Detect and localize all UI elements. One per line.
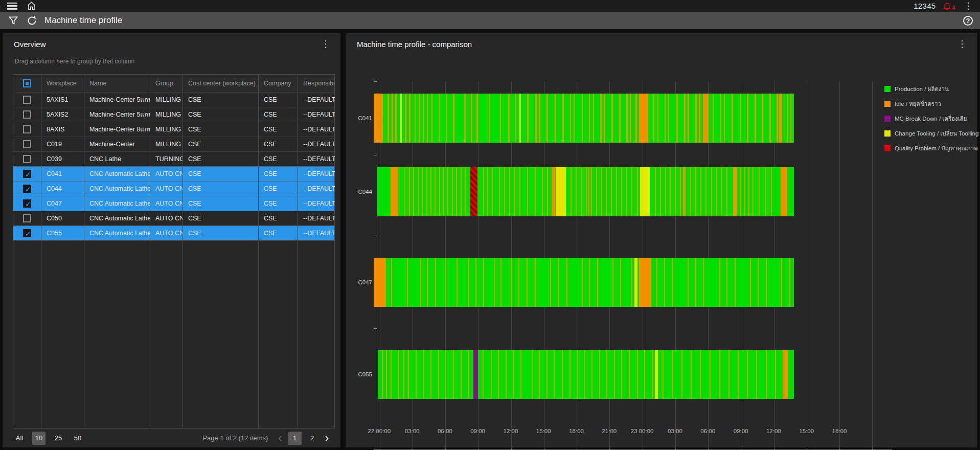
page-size-25[interactable]: 25 xyxy=(52,432,65,445)
home-icon[interactable] xyxy=(27,1,36,11)
state-segment-o xyxy=(500,258,502,307)
state-segment-o xyxy=(637,350,638,399)
hamburger-menu-icon[interactable] xyxy=(7,3,17,10)
page-button-2[interactable]: 2 xyxy=(306,432,319,445)
table-row-5AXIS1[interactable]: 5AXIS1Machine-Center 5แกน1MILLINGCSECSE-… xyxy=(13,92,334,107)
state-segment-o xyxy=(461,167,462,216)
prev-page-button[interactable]: ‹ xyxy=(276,433,284,444)
state-segment-o xyxy=(465,167,466,216)
column-header-workplace[interactable]: Workplace xyxy=(41,75,84,92)
comparison-kebab-menu-icon[interactable]: ⋮ xyxy=(954,37,970,51)
cell: AUTO CNC xyxy=(150,226,183,240)
column-header-name[interactable]: Name xyxy=(84,75,150,92)
state-segment-o xyxy=(599,350,600,399)
state-segment-o xyxy=(756,350,757,399)
next-page-button[interactable]: › xyxy=(323,433,331,444)
state-segment-o xyxy=(616,167,617,216)
page-size-all[interactable]: All xyxy=(13,432,26,445)
state-segment-o xyxy=(660,167,661,216)
filter-icon[interactable] xyxy=(8,15,18,26)
page-button-1[interactable]: 1 xyxy=(288,432,302,445)
overview-panel-title: Overview xyxy=(14,40,46,49)
table-row-8AXIS[interactable]: 8AXISMachine-Center 8แกนMILLINGCSECSE--D… xyxy=(13,122,334,137)
state-segment-o xyxy=(626,167,627,216)
column-header-responsibility[interactable]: Responsibility xyxy=(298,75,335,92)
table-row-5AXIS2[interactable]: 5AXIS2Machine-Center 5แกน2MILLINGCSECSE-… xyxy=(13,107,334,122)
page-size-50[interactable]: 50 xyxy=(71,432,84,445)
state-segment-o xyxy=(750,258,751,307)
state-segment-o xyxy=(732,94,733,143)
table-row-C041[interactable]: C041CNC Automatic LatheAUTO CNCCSECSE--D… xyxy=(13,166,334,181)
state-segment-o xyxy=(552,167,555,216)
row-checkbox[interactable] xyxy=(23,140,31,148)
cell: CSE xyxy=(259,107,298,122)
state-segment-o xyxy=(621,350,622,399)
state-segment-o xyxy=(569,350,571,399)
column-header-group[interactable]: Group xyxy=(150,75,183,92)
row-checkbox[interactable] xyxy=(23,170,31,178)
row-checkbox[interactable] xyxy=(23,96,31,104)
cell: CNC Lathe xyxy=(84,152,150,166)
table-row-C019[interactable]: C019Machine-CenterMILLINGCSECSE--DEFAULT… xyxy=(13,137,334,151)
state-segment-o xyxy=(724,94,725,143)
state-segment-o xyxy=(631,258,632,307)
state-segment-o xyxy=(386,350,387,399)
row-checkbox[interactable] xyxy=(23,199,31,208)
table-row-C055[interactable]: C055CNC Automatic LatheAUTO CNCCSECSE--D… xyxy=(13,226,334,240)
state-segment-o xyxy=(762,94,763,143)
row-checkbox[interactable] xyxy=(23,229,31,237)
machine-bar-C055 xyxy=(378,350,794,399)
state-segment-o xyxy=(716,167,717,216)
cell: --DEFAULT-- xyxy=(298,122,335,137)
cell: C019 xyxy=(41,137,84,151)
legend-label: Change Tooling / เปลี่ยน Toolling xyxy=(895,129,978,138)
machine-label-C055: C055 xyxy=(346,371,372,377)
machine-bar-C047 xyxy=(374,258,794,307)
state-segment-o xyxy=(430,350,431,399)
row-checkbox-cell xyxy=(13,196,41,211)
state-segment-o xyxy=(427,94,428,143)
state-segment-o xyxy=(787,94,788,143)
page-size-10[interactable]: 10 xyxy=(32,432,45,445)
row-checkbox[interactable] xyxy=(23,185,31,193)
cell: MILLING xyxy=(150,122,183,137)
legend-label: Quality Problem / ปัญหาคุณภาพ xyxy=(895,144,978,153)
select-all-checkbox[interactable] xyxy=(23,79,31,87)
notifications-bell-icon[interactable]: 4 xyxy=(943,2,955,11)
table-row-C039[interactable]: C039CNC LatheTURNINGCSECSE--DEFAULT-- xyxy=(13,151,334,166)
table-row-C050[interactable]: C050CNC Automatic LatheAUTO CNCCSECSE--D… xyxy=(13,211,334,226)
overview-kebab-menu-icon[interactable]: ⋮ xyxy=(318,37,333,51)
state-segment-o xyxy=(781,258,782,307)
group-by-drop-zone[interactable]: Drag a column here to group by that colu… xyxy=(15,58,134,65)
cell: CSE xyxy=(183,211,259,226)
state-segment-o xyxy=(398,350,399,399)
production-segment xyxy=(374,258,794,307)
legend-item: MC Break Down / เครื่องเสีย xyxy=(884,114,978,123)
row-checkbox[interactable] xyxy=(23,110,31,119)
table-row-C047[interactable]: C047CNC Automatic LatheAUTO CNCCSECSE--D… xyxy=(13,196,334,211)
row-checkbox[interactable] xyxy=(23,125,31,133)
cell: CSE xyxy=(183,152,259,166)
state-segment-o xyxy=(683,167,686,216)
state-segment-o xyxy=(680,167,681,216)
state-segment-o xyxy=(591,167,592,216)
row-checkbox-cell xyxy=(13,122,41,137)
state-segment-o xyxy=(445,350,446,399)
row-checkbox[interactable] xyxy=(23,214,31,222)
state-segment-o xyxy=(382,350,383,399)
state-segment-y xyxy=(640,167,650,216)
legend-label: Production / ผลิตงาน xyxy=(895,84,949,94)
help-icon[interactable]: ? xyxy=(963,16,973,26)
state-segment-o xyxy=(439,94,440,143)
cell: CSE xyxy=(259,196,298,211)
topbar-kebab-menu-icon[interactable]: ⋮ xyxy=(962,2,975,10)
refresh-icon[interactable] xyxy=(27,15,37,26)
state-segment-o xyxy=(635,94,637,143)
column-header-cost-center-workplace-[interactable]: Cost center (workplace) xyxy=(183,75,259,92)
state-segment-o xyxy=(499,167,500,216)
state-segment-o xyxy=(520,350,521,399)
column-header-company[interactable]: Company xyxy=(259,75,298,92)
toolbar: Machine time profile ? xyxy=(0,12,980,29)
table-row-C044[interactable]: C044CNC Automatic LatheAUTO CNCCSECSE--D… xyxy=(13,181,334,196)
row-checkbox[interactable] xyxy=(23,155,31,163)
